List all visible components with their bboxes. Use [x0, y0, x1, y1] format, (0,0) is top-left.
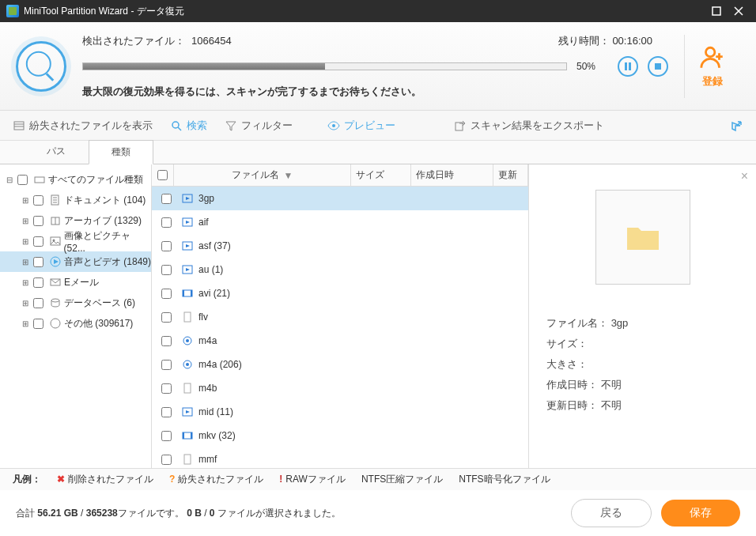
tab-type[interactable]: 種類	[89, 140, 153, 164]
tab-path[interactable]: パス	[24, 139, 89, 164]
svg-rect-0	[713, 7, 720, 15]
tree-item[interactable]: ⊞その他 (309617)	[0, 313, 151, 334]
file-row[interactable]: mmf	[152, 447, 528, 468]
tree-item-checkbox[interactable]	[33, 236, 43, 247]
file-row[interactable]: flv	[152, 305, 528, 329]
file-name: mmf	[198, 454, 217, 465]
close-button[interactable]	[728, 0, 750, 22]
svg-rect-34	[191, 432, 192, 439]
file-name: au (1)	[198, 264, 223, 275]
back-button[interactable]: 戻る	[571, 499, 652, 527]
search-button[interactable]: 検索	[170, 119, 207, 133]
expand-icon[interactable]: ⊞	[21, 299, 30, 308]
expand-icon[interactable]: ⊞	[21, 319, 30, 328]
preview-close-button[interactable]: ×	[741, 169, 748, 183]
expand-icon[interactable]: ⊞	[21, 196, 30, 205]
legend-lost: 紛失されたファイル	[178, 474, 263, 485]
stop-button[interactable]	[648, 56, 668, 77]
file-row[interactable]: m4b	[152, 376, 528, 400]
file-row-checkbox[interactable]	[161, 241, 172, 251]
tree-root-checkbox[interactable]	[17, 175, 28, 185]
column-updated[interactable]: 更新	[493, 164, 528, 186]
tree-item-checkbox[interactable]	[33, 195, 43, 206]
file-row[interactable]: aif	[152, 210, 528, 234]
tree-item-checkbox[interactable]	[33, 298, 43, 308]
preview-thumbnail	[595, 190, 690, 285]
file-row[interactable]: asf (37)	[152, 234, 528, 258]
file-row-checkbox[interactable]	[161, 407, 172, 417]
file-row-checkbox[interactable]	[161, 431, 172, 441]
svg-point-17	[51, 319, 60, 328]
file-row-checkbox[interactable]	[161, 194, 172, 204]
tree-item[interactable]: ⊞データベース (6)	[0, 293, 151, 313]
maximize-button[interactable]	[705, 0, 728, 22]
category-icon	[50, 297, 61, 308]
preview-created-label: 作成日時：	[546, 379, 598, 391]
register-button[interactable]: 登録	[684, 35, 740, 98]
tree-item[interactable]: ⊞Eメール	[0, 272, 151, 293]
file-row-checkbox[interactable]	[161, 360, 172, 370]
svg-rect-5	[14, 122, 24, 130]
category-tree[interactable]: ⊟ すべてのファイル種類 ⊞ドキュメント (104)⊞アーカイブ (1329)⊞…	[0, 164, 152, 468]
expand-icon[interactable]: ⊞	[21, 278, 30, 287]
share-button[interactable]	[731, 119, 743, 132]
select-all-checkbox[interactable]	[157, 170, 168, 180]
file-row[interactable]: mid (11)	[152, 400, 528, 424]
file-row-checkbox[interactable]	[161, 312, 172, 323]
tree-root[interactable]: ⊟ すべてのファイル種類	[0, 169, 151, 190]
filter-button[interactable]: フィルター	[225, 119, 293, 133]
file-row[interactable]: 3gp	[152, 187, 528, 210]
column-header: ファイル名▼ サイズ 作成日時 更新	[152, 164, 528, 187]
pause-button[interactable]	[618, 56, 638, 77]
export-results-button[interactable]: スキャン結果をエクスポート	[454, 119, 604, 133]
file-row[interactable]: au (1)	[152, 258, 528, 281]
found-files-count: 1066454	[191, 35, 232, 47]
save-button[interactable]: 保存	[661, 500, 740, 527]
scan-progress-bar	[82, 62, 567, 70]
export-icon	[454, 119, 467, 132]
file-name: 3gp	[198, 193, 214, 204]
file-row[interactable]: mkv (32)	[152, 424, 528, 447]
tree-item-checkbox[interactable]	[33, 319, 43, 329]
tree-item[interactable]: ⊞画像とピクチャ (52...	[0, 231, 151, 251]
tree-item[interactable]: ⊞アーカイブ (1329)	[0, 210, 151, 231]
tree-item[interactable]: ⊞ドキュメント (104)	[0, 190, 151, 210]
column-size[interactable]: サイズ	[351, 164, 411, 186]
column-name[interactable]: ファイル名▼	[174, 164, 351, 186]
expand-icon[interactable]: ⊞	[21, 217, 30, 225]
file-list-scroll[interactable]: 3gpaifasf (37)au (1)avi (21)flvm4am4a (2…	[152, 187, 528, 468]
category-icon	[50, 236, 61, 247]
folder-icon	[624, 218, 662, 256]
tree-item-checkbox[interactable]	[33, 216, 43, 226]
search-icon	[170, 119, 183, 132]
category-icon	[50, 194, 61, 206]
time-remaining-value: 00:16:00	[612, 35, 652, 47]
column-date[interactable]: 作成日時	[411, 164, 493, 186]
file-row-checkbox[interactable]	[161, 383, 172, 394]
deleted-mark-icon: ✖	[57, 474, 65, 485]
magnifier-icon	[16, 41, 66, 92]
file-row[interactable]: m4a	[152, 329, 528, 353]
expand-icon[interactable]: ⊞	[21, 258, 30, 266]
file-type-icon	[181, 263, 194, 276]
file-row-checkbox[interactable]	[161, 265, 172, 275]
file-row-checkbox[interactable]	[161, 289, 172, 299]
file-row[interactable]: m4a (206)	[152, 353, 528, 376]
svg-rect-35	[184, 455, 191, 464]
file-row-checkbox[interactable]	[161, 336, 172, 346]
tree-item[interactable]: ⊞音声とビデオ (1849)	[0, 251, 151, 272]
file-row[interactable]: avi (21)	[152, 281, 528, 305]
tree-item-checkbox[interactable]	[33, 257, 43, 267]
show-lost-files-button[interactable]: 紛失されたファイルを表示	[13, 119, 153, 133]
tree-item-checkbox[interactable]	[33, 277, 43, 288]
preview-button[interactable]: プレビュー	[310, 101, 437, 150]
expand-icon[interactable]: ⊞	[21, 237, 30, 246]
collapse-icon[interactable]: ⊟	[5, 176, 14, 184]
file-name: mkv (32)	[198, 430, 236, 441]
file-row-checkbox[interactable]	[161, 455, 172, 465]
share-icon	[731, 119, 743, 132]
scan-note: 最大限の復元効果を得るには、スキャンが完了するまでお待ちください。	[82, 85, 668, 99]
file-row-checkbox[interactable]	[161, 217, 172, 228]
category-icon	[50, 318, 61, 329]
tree-item-label: その他 (309617)	[64, 317, 133, 330]
